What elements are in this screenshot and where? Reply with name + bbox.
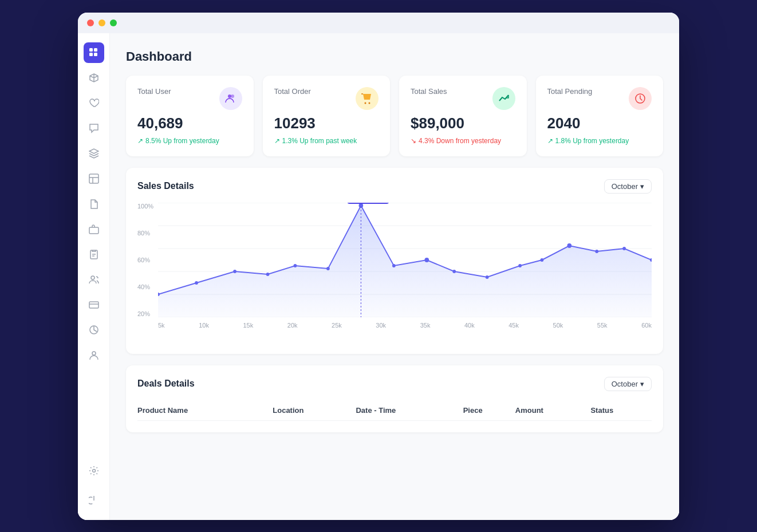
sidebar-item-card[interactable] <box>84 294 104 315</box>
stat-card-total-order: Total Order 10293 ↗ <box>263 76 391 156</box>
page-title: Dashboard <box>126 49 663 64</box>
sidebar-item-clipboard[interactable] <box>84 244 104 265</box>
stat-icon-total-user <box>219 87 242 110</box>
col-status: Status <box>590 400 652 421</box>
stat-card-total-user: Total User 40,689 ↗ 8.5% Up from yest <box>126 76 254 156</box>
svg-point-34 <box>518 264 522 267</box>
stat-value-total-user: 40,689 <box>137 115 242 132</box>
svg-point-15 <box>369 102 370 104</box>
chevron-down-icon: ▾ <box>640 182 644 191</box>
stat-value-total-pending: 2040 <box>547 115 652 132</box>
col-product-name: Product Name <box>137 400 273 421</box>
title-bar <box>78 13 679 33</box>
col-piece: Piece <box>463 400 515 421</box>
arrow-up-icon-order: ↗ <box>274 137 280 145</box>
stat-card-total-pending: Total Pending 2040 ↗ 1.8% Up from yester… <box>536 76 664 156</box>
svg-point-27 <box>294 264 297 267</box>
close-dot[interactable] <box>87 19 94 26</box>
main-window: Dashboard Total User 40, <box>78 13 679 520</box>
sidebar-item-settings[interactable] <box>84 460 104 481</box>
arrow-up-icon: ↗ <box>137 137 143 145</box>
sidebar-item-user[interactable] <box>84 345 104 365</box>
arrow-down-icon: ↘ <box>411 137 416 145</box>
stat-change-total-pending: ↗ 1.8% Up from yesterday <box>547 137 652 145</box>
svg-point-25 <box>233 270 236 273</box>
sidebar-item-users[interactable] <box>84 269 104 290</box>
stat-icon-total-pending <box>629 87 652 110</box>
deals-month-select[interactable]: October ▾ <box>604 377 652 391</box>
svg-rect-2 <box>89 53 93 56</box>
svg-point-35 <box>541 258 544 262</box>
svg-rect-0 <box>89 48 93 52</box>
col-date-time: Date - Time <box>356 400 463 421</box>
deals-details-section: Deals Details October ▾ Product Name Loc… <box>126 365 663 432</box>
svg-rect-3 <box>94 53 97 56</box>
svg-point-14 <box>365 102 366 104</box>
svg-rect-40 <box>347 203 389 204</box>
stat-change-total-order: ↗ 1.3% Up from past week <box>274 137 379 145</box>
stat-label-total-sales: Total Sales <box>411 87 447 96</box>
sidebar <box>78 33 110 520</box>
svg-point-26 <box>266 273 270 276</box>
svg-point-38 <box>622 247 626 250</box>
sales-details-section: Sales Details October ▾ 100% 80% 60% 40%… <box>126 168 663 354</box>
stat-icon-total-order <box>356 87 379 110</box>
svg-rect-8 <box>89 302 98 308</box>
sidebar-item-dashboard[interactable] <box>84 42 104 63</box>
svg-point-32 <box>452 270 456 273</box>
svg-rect-1 <box>94 48 97 52</box>
sidebar-item-box[interactable] <box>84 68 104 88</box>
sidebar-item-heart[interactable] <box>84 93 104 113</box>
stat-label-total-order: Total Order <box>274 87 311 96</box>
stat-label-total-pending: Total Pending <box>547 87 593 96</box>
sales-section-header: Sales Details October ▾ <box>137 179 652 194</box>
svg-point-10 <box>92 352 96 355</box>
svg-point-11 <box>92 469 95 472</box>
col-location: Location <box>273 400 356 421</box>
deals-table: Product Name Location Date - Time Piece … <box>137 400 652 421</box>
svg-point-31 <box>424 258 429 262</box>
svg-point-28 <box>326 267 330 270</box>
svg-point-37 <box>595 250 598 253</box>
sidebar-item-chart[interactable] <box>84 320 104 340</box>
col-amount: Amount <box>515 400 591 421</box>
svg-point-7 <box>91 276 94 279</box>
sidebar-item-table[interactable] <box>84 168 104 189</box>
svg-point-30 <box>392 264 396 267</box>
svg-point-13 <box>231 94 234 98</box>
sidebar-item-power[interactable] <box>84 490 104 511</box>
sidebar-item-file[interactable] <box>84 194 104 214</box>
stat-label-total-user: Total User <box>137 87 171 96</box>
sidebar-item-layers[interactable] <box>84 143 104 164</box>
stat-change-total-sales: ↘ 4.3% Down from yesterday <box>411 137 515 145</box>
sidebar-item-briefcase[interactable] <box>84 219 104 239</box>
svg-point-24 <box>195 281 198 285</box>
sales-section-title: Sales Details <box>137 181 194 191</box>
minimize-dot[interactable] <box>98 19 105 26</box>
stat-icon-total-sales <box>492 87 515 110</box>
svg-rect-5 <box>89 227 98 234</box>
stat-card-total-sales: Total Sales $89,000 ↘ 4.3% Down from yes… <box>399 76 527 156</box>
stat-value-total-order: 10293 <box>274 115 379 132</box>
chevron-down-icon-deals: ▾ <box>640 380 644 388</box>
deals-section-title: Deals Details <box>137 379 195 389</box>
sales-month-select[interactable]: October ▾ <box>604 179 652 194</box>
maximize-dot[interactable] <box>110 19 117 26</box>
stat-change-total-user: ↗ 8.5% Up from yesterday <box>137 137 242 145</box>
deals-section-header: Deals Details October ▾ <box>137 377 652 391</box>
sales-chart: 64.3664.77 <box>158 203 652 317</box>
app-shell: Dashboard Total User 40, <box>78 33 679 520</box>
svg-rect-4 <box>89 174 98 183</box>
svg-point-36 <box>567 243 572 248</box>
svg-point-33 <box>486 275 489 279</box>
main-content: Dashboard Total User 40, <box>110 33 679 520</box>
stat-value-total-sales: $89,000 <box>411 115 515 132</box>
sidebar-item-chat[interactable] <box>84 118 104 139</box>
arrow-up-icon-pending: ↗ <box>547 137 553 145</box>
stats-grid: Total User 40,689 ↗ 8.5% Up from yest <box>126 76 663 156</box>
